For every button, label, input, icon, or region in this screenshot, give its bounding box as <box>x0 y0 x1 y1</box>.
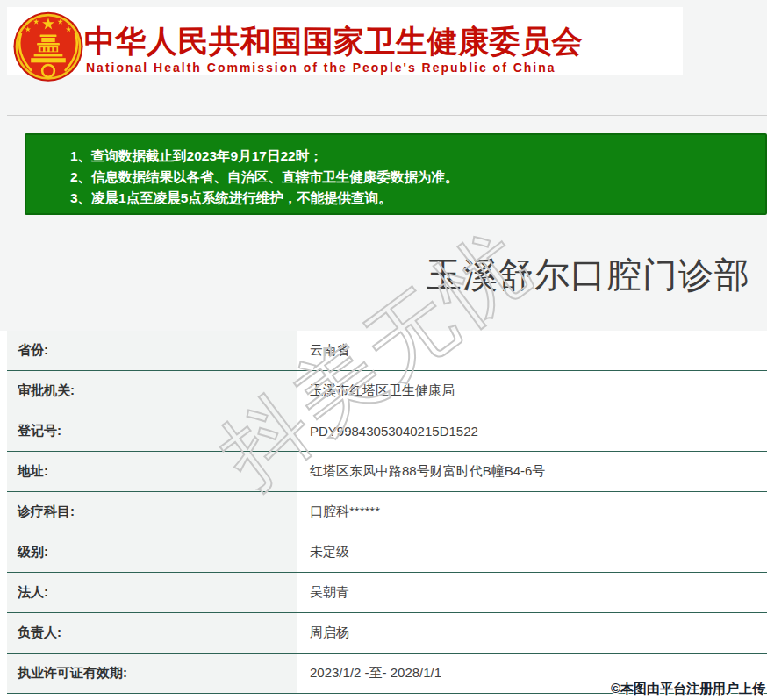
title-section-divider <box>7 318 767 318</box>
field-label: 审批机关: <box>7 371 297 411</box>
notice-line-2: 2、信息数据结果以各省、自治区、直辖市卫生健康委数据为准。 <box>70 167 756 188</box>
header-divider <box>7 115 767 116</box>
institution-name-title: 玉溪舒尔口腔门诊部 <box>427 251 750 299</box>
site-title-english: National Health Commission of the People… <box>86 61 556 75</box>
field-label: 省份: <box>7 331 297 370</box>
query-notice-banner: 1、查询数据截止到2023年9月17日22时； 2、信息数据结果以各省、自治区、… <box>25 133 767 215</box>
institution-detail-table: 省份: 云南省 审批机关: 玉溪市红塔区卫生健康局 登记号: PDY998430… <box>7 331 767 694</box>
table-row-medical-subjects: 诊疗科目: 口腔科****** <box>7 492 767 532</box>
upload-copyright-note: ©本图由平台注册用户上传 <box>611 681 765 697</box>
field-value: 口腔科****** <box>297 492 767 532</box>
field-value: 周启杨 <box>297 613 767 653</box>
field-label: 级别: <box>7 532 297 572</box>
field-label: 执业许可证有效期: <box>7 654 297 693</box>
field-value: 云南省 <box>297 331 767 370</box>
table-row-province: 省份: 云南省 <box>7 331 767 371</box>
national-emblem-icon <box>11 9 86 88</box>
notice-line-3: 3、凌晨1点至凌晨5点系统进行维护，不能提供查询。 <box>70 188 756 209</box>
site-title-chinese: 中华人民共和国国家卫生健康委员会 <box>84 21 583 62</box>
field-value: 玉溪市红塔区卫生健康局 <box>297 371 767 411</box>
nhc-query-result-page: 中华人民共和国国家卫生健康委员会 National Health Commiss… <box>0 0 767 700</box>
field-value: PDY99843053040215D1522 <box>297 411 767 451</box>
table-row-legal-person: 法人: 吴朝青 <box>7 573 767 613</box>
field-label: 诊疗科目: <box>7 492 297 532</box>
table-row-address: 地址: 红塔区东风中路88号财富时代B幢B4-6号 <box>7 452 767 492</box>
field-value: 未定级 <box>297 532 767 572</box>
notice-line-1: 1、查询数据截止到2023年9月17日22时； <box>70 146 756 167</box>
field-label: 地址: <box>7 452 297 491</box>
table-row-approval-authority: 审批机关: 玉溪市红塔区卫生健康局 <box>7 371 767 411</box>
site-header: 中华人民共和国国家卫生健康委员会 National Health Commiss… <box>7 7 683 75</box>
table-row-registration-number: 登记号: PDY99843053040215D1522 <box>7 411 767 452</box>
table-row-person-in-charge: 负责人: 周启杨 <box>7 613 767 654</box>
field-value: 吴朝青 <box>297 573 767 612</box>
table-row-level: 级别: 未定级 <box>7 532 767 573</box>
field-label: 法人: <box>7 573 297 612</box>
field-label: 负责人: <box>7 613 297 653</box>
field-label: 登记号: <box>7 411 297 451</box>
field-value: 红塔区东风中路88号财富时代B幢B4-6号 <box>297 452 767 491</box>
